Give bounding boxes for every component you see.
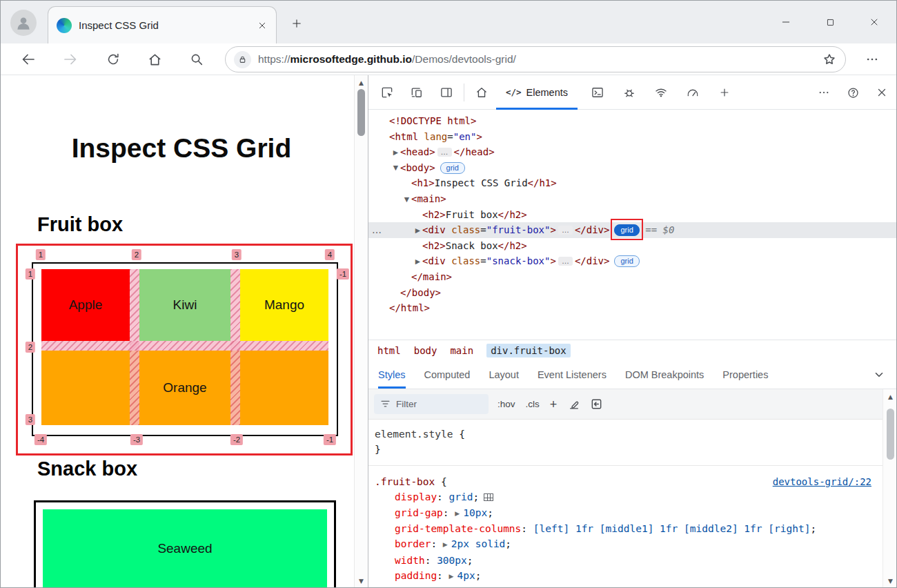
chevron-down-icon[interactable] [873,369,885,381]
element-style-close: } [368,442,883,457]
expand-arrow-icon[interactable]: ▼ [378,192,411,208]
grid-editor-icon[interactable] [484,493,493,501]
fruit-box-rule-open[interactable]: .fruit-box {devtools-grid/:22 [368,474,883,489]
fruit-box-rule-close: } [368,585,883,588]
refresh-button[interactable] [103,49,124,70]
styles-filter-input[interactable]: Filter [374,394,489,414]
dom-tag: <h2> [422,209,446,220]
focus-mode-icon[interactable] [436,82,457,103]
css-property-grid-gap[interactable]: grid-gap: ▶10px; [368,505,883,521]
help-icon[interactable] [842,82,863,103]
source-link[interactable]: devtools-grid/:22 [773,474,871,489]
new-tab-button[interactable] [288,14,306,32]
device-emulation-icon[interactable] [406,82,427,103]
breadcrumb-item[interactable]: div.fruit-box [486,344,571,357]
grid-badge[interactable]: grid [614,224,639,236]
dom-tree-node[interactable]: <h2>Snack box</h2> [368,238,897,254]
css-property-name: display [395,491,437,502]
browser-tab[interactable]: Inspect CSS Grid [48,6,277,43]
forward-button[interactable] [60,49,81,70]
css-property-display[interactable]: display: grid; [368,489,883,504]
dom-tree-node[interactable]: <!DOCTYPE html> [368,113,897,129]
node-menu-icon[interactable]: … [372,222,382,238]
back-button[interactable] [18,49,39,70]
dom-tree-node[interactable]: <h1>Inspect CSS Grid</h1> [368,175,897,191]
dom-tree-node[interactable]: ▶<head>…</head> [368,144,897,160]
dom-val: "en" [453,131,477,142]
dom-tree-node[interactable]: ▼<main> [368,191,897,207]
styles-scrollbar-thumb[interactable] [887,409,894,460]
console-icon[interactable] [587,82,608,103]
devtools-close-icon[interactable] [871,82,892,103]
grid-line-number: -4 [34,434,47,445]
favorite-star-icon[interactable] [822,52,837,67]
styles-scroll-down-icon[interactable]: ▼ [883,578,897,585]
css-property-name: grid-template-columns [395,523,521,534]
issues-icon[interactable] [619,82,640,103]
computed-panel-icon[interactable] [590,398,603,411]
dom-tree-node[interactable]: </main> [368,269,897,285]
panel-tab-event-listeners[interactable]: Event Listeners [538,360,607,389]
profile-avatar[interactable] [10,10,37,36]
dom-tree-node[interactable]: ▼<body>grid [368,160,897,176]
site-info-icon[interactable] [234,51,251,68]
grid-badge[interactable]: grid [440,162,465,174]
panel-tab-dom-breakpoints[interactable]: DOM Breakpoints [625,360,704,389]
network-icon[interactable] [651,82,671,103]
css-property-width[interactable]: width: 300px; [368,553,883,568]
css-property-grid-template-columns[interactable]: grid-template-columns: [left] 1fr [middl… [368,521,883,536]
format-styles-icon[interactable] [568,398,580,411]
css-property-padding[interactable]: padding: ▶4px; [368,568,883,584]
elements-tab-label: Elements [526,87,568,98]
dom-tree-node[interactable]: <html lang="en"> [368,129,897,145]
shorthand-expand-icon[interactable]: ▶ [449,573,454,580]
close-button[interactable] [852,1,896,43]
styles-scrollbar[interactable]: ▲ ▼ [883,389,897,588]
css-property-name: width [395,555,425,566]
inspect-element-icon[interactable] [377,82,397,103]
expand-arrow-icon[interactable]: ▶ [378,223,422,239]
shorthand-expand-icon[interactable]: ▶ [443,541,448,548]
expand-arrow-icon[interactable]: ▶ [378,145,400,161]
browser-menu-icon[interactable] [862,49,883,70]
expand-arrow-icon[interactable]: ▼ [378,160,400,176]
dom-punct: = [480,255,486,266]
add-panel-icon[interactable] [714,82,735,103]
css-property-border[interactable]: border: ▶2px solid; [368,536,883,552]
tab-elements[interactable]: </> Elements [496,75,578,110]
shorthand-expand-icon[interactable]: ▶ [455,510,460,517]
maximize-button[interactable] [808,1,852,43]
page-scrollbar-thumb[interactable] [357,89,365,136]
dom-tree-node[interactable]: </body> [368,285,897,301]
welcome-home-icon[interactable] [471,82,492,103]
devtools-menu-icon[interactable] [814,82,834,103]
performance-icon[interactable] [682,82,703,103]
panel-tab-layout[interactable]: Layout [489,360,519,389]
breadcrumb-item[interactable]: body [414,345,437,356]
expand-arrow-icon[interactable]: ▶ [378,254,422,270]
panel-tab-styles[interactable]: Styles [378,360,406,389]
breadcrumb-item[interactable]: main [450,345,473,356]
grid-badge[interactable]: grid [614,255,639,267]
scroll-up-icon[interactable]: ▲ [355,79,368,86]
styles-scroll-up-icon[interactable]: ▲ [883,393,897,400]
scroll-down-icon[interactable]: ▼ [355,578,368,585]
tab-close-icon[interactable] [257,20,268,31]
filter-bar-icons [568,398,603,411]
dom-tree-node[interactable]: …▶<div class="fruit-box">…</div>grid == … [368,222,897,238]
filter-toggle-[interactable]: + [550,398,558,411]
panel-tab-properties[interactable]: Properties [722,360,768,389]
element-style-rule[interactable]: element.style { [368,427,883,442]
minimize-button[interactable] [764,1,808,43]
search-button[interactable] [186,49,207,70]
filter-toggle-cls[interactable]: .cls [526,399,540,409]
page-scrollbar[interactable]: ▲ ▼ [354,75,368,588]
home-button[interactable] [144,49,165,70]
dom-tree-node[interactable]: </html> [368,300,897,316]
address-bar[interactable]: https://microsoftedge.github.io/Demos/de… [225,46,846,72]
grid-line-number: 2 [132,249,141,260]
dom-tree-node[interactable]: ▶<div class="snack-box">…</div>grid [368,253,897,269]
panel-tab-computed[interactable]: Computed [424,360,471,389]
filter-toggle-hov[interactable]: :hov [497,399,515,409]
breadcrumb-item[interactable]: html [377,345,401,356]
